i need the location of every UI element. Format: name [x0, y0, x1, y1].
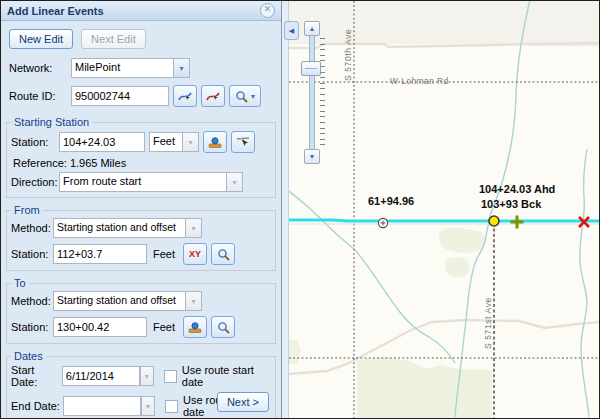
magnifier-icon [217, 321, 230, 334]
chevron-down-icon: ▾ [226, 172, 243, 192]
station-label: Station: [11, 136, 59, 148]
zoom-in-icon[interactable]: ▲ [304, 21, 320, 36]
add-linear-events-panel: Add Linear Events ✕ New Edit Next Edit N… [1, 1, 282, 418]
route-polyline-blue-icon [178, 89, 193, 103]
new-edit-button[interactable]: New Edit [9, 29, 73, 49]
from-method-combo[interactable]: Starting station and offset ▾ [53, 218, 202, 238]
network-label: Network: [9, 62, 71, 74]
route-id-input[interactable] [71, 86, 169, 106]
station-locate-icon[interactable] [183, 316, 207, 338]
close-icon[interactable]: ✕ [260, 3, 275, 18]
road-name-label: S 571st Ave [483, 273, 493, 349]
chevron-down-icon: ▾ [185, 218, 202, 238]
cursor-line-icon [236, 136, 250, 149]
search-icon[interactable] [211, 243, 235, 265]
station-locate-icon[interactable] [203, 131, 227, 153]
end-date-input[interactable] [63, 396, 141, 416]
from-station-input[interactable] [53, 244, 147, 264]
from-legend: From [11, 204, 43, 216]
direction-combo[interactable]: From route start ▾ [59, 172, 243, 192]
starting-station-input[interactable] [59, 132, 145, 152]
reference-label: Reference: [13, 157, 67, 169]
to-station-input[interactable] [53, 317, 147, 337]
direction-label: Direction: [11, 176, 59, 188]
zoom-slider-track[interactable] [309, 33, 315, 154]
chevron-down-icon[interactable]: ▾ [141, 396, 155, 416]
chevron-down-icon: ▾ [251, 92, 255, 101]
map-canvas[interactable] [289, 1, 600, 418]
minor-road [289, 320, 600, 374]
milepost-icon [208, 136, 222, 149]
from-fieldset: From Method: Starting station and offset… [6, 204, 276, 271]
route-highlight-line [289, 220, 600, 221]
use-route-end-date-checkbox[interactable] [165, 400, 178, 413]
to-method-combo[interactable]: Starting station and offset ▾ [53, 291, 202, 311]
to-legend: To [11, 277, 29, 289]
section-roads [289, 1, 600, 418]
method-label: Method: [11, 295, 53, 307]
starting-station-legend: Starting Station [11, 116, 92, 128]
chevron-down-icon: ▾ [185, 291, 202, 311]
station-label: Station: [11, 321, 53, 333]
from-point-plus-icon[interactable] [511, 216, 524, 229]
method-label: Method: [11, 222, 53, 234]
to-unit-label: Feet [153, 321, 175, 333]
unit-value: Feet [149, 132, 182, 152]
landuse-patch [439, 228, 486, 254]
to-method-value: Starting station and offset [53, 291, 185, 311]
panel-splitter[interactable] [282, 1, 289, 418]
road-name-label: W Lohman Rd [390, 76, 449, 86]
panel-title: Add Linear Events [7, 5, 260, 17]
streams [289, 1, 589, 417]
zoom-out-icon[interactable]: ▼ [304, 149, 320, 164]
use-route-start-date-label: Use route start date [182, 364, 271, 388]
station-label: Station: [11, 248, 53, 260]
pick-station-on-map-icon[interactable] [231, 131, 255, 153]
direction-value: From route start [59, 172, 226, 192]
landuse-patch [289, 339, 301, 364]
collapse-panel-icon[interactable]: ◀ [284, 21, 299, 40]
chevron-down-icon: ▾ [182, 132, 199, 152]
search-icon [235, 90, 248, 103]
select-route-icon[interactable] [173, 85, 197, 107]
zoom-slider-ticks [320, 38, 325, 149]
route-polyline-red-icon [206, 89, 221, 103]
edit-toolbar: New Edit Next Edit [1, 21, 281, 49]
route-search-split-button[interactable]: ▾ [229, 85, 261, 107]
chevron-down-icon[interactable]: ▾ [140, 366, 154, 386]
zoom-slider-thumb[interactable] [301, 61, 321, 76]
route-id-label: Route ID: [9, 90, 71, 102]
panel-header: Add Linear Events ✕ [1, 1, 281, 21]
search-icon[interactable] [211, 316, 235, 338]
back-measure-label: 103+93 Bck [481, 198, 541, 210]
start-date-label: Start Date: [11, 364, 62, 388]
start-date-input[interactable] [62, 366, 140, 386]
road-name-label: S 570th Ave [343, 9, 353, 81]
landuse-patch [357, 357, 492, 418]
magnifier-icon [217, 248, 230, 261]
milepost-icon [188, 321, 202, 334]
dates-legend: Dates [11, 350, 46, 362]
xy-coordinates-icon[interactable]: XY [183, 243, 207, 265]
from-unit-label: Feet [153, 248, 175, 260]
landuse-patch [445, 257, 470, 277]
network-combo[interactable]: MilePoint ▾ [71, 58, 190, 78]
station-measure-label: 61+94.96 [368, 195, 414, 207]
to-fieldset: To Method: Starting station and offset ▾… [6, 277, 276, 344]
ahead-measure-label: 104+24.03 Ahd [479, 183, 555, 195]
network-value: MilePoint [71, 58, 173, 78]
map-viewport[interactable]: 61+94.96 104+24.03 Ahd 103+93 Bck W Lohm… [289, 1, 600, 418]
from-method-value: Starting station and offset [53, 218, 185, 238]
add-linear-events-window: Add Linear Events ✕ New Edit Next Edit N… [0, 0, 600, 419]
use-route-start-date-checkbox[interactable] [164, 370, 177, 383]
unit-combo[interactable]: Feet ▾ [149, 132, 199, 152]
xy-glyph: XY [189, 249, 201, 259]
land-shade [289, 1, 600, 44]
next-button[interactable]: Next > [217, 392, 269, 412]
reference-value: 1.965 Miles [70, 157, 126, 169]
starting-station-fieldset: Starting Station Station: Feet ▾ [6, 116, 276, 198]
chevron-down-icon[interactable]: ▾ [173, 58, 190, 78]
end-date-label: End Date: [11, 400, 63, 412]
clear-route-icon[interactable] [201, 85, 225, 107]
selected-station-marker[interactable] [489, 216, 499, 226]
